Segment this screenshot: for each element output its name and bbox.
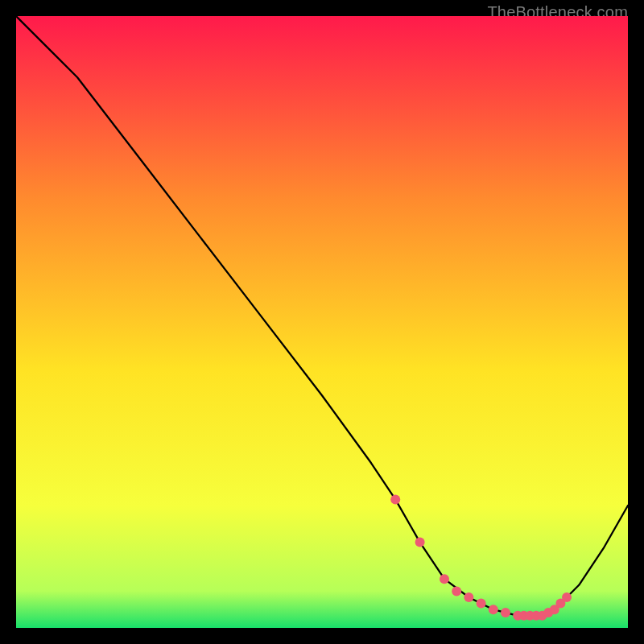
gradient-background bbox=[16, 16, 628, 628]
marker-point bbox=[440, 574, 449, 584]
marker-point bbox=[464, 592, 473, 602]
marker-point bbox=[562, 592, 572, 602]
marker-point bbox=[390, 494, 400, 504]
marker-point bbox=[477, 599, 486, 609]
marker-point bbox=[501, 608, 510, 617]
marker-point bbox=[415, 538, 425, 547]
chart-frame: TheBottleneck.com bbox=[16, 16, 628, 628]
marker-point bbox=[489, 605, 498, 614]
bottleneck-chart bbox=[16, 16, 628, 628]
marker-point bbox=[452, 586, 461, 596]
